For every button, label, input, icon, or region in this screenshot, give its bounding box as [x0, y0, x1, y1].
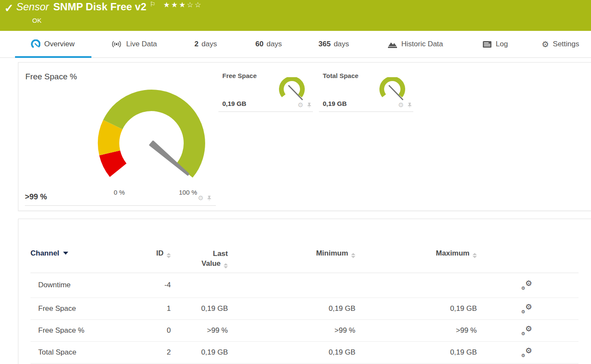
channel-name: Total Space — [30, 348, 121, 357]
gauge-title: Free Space — [222, 72, 257, 79]
channel-last-value: >99 % — [171, 326, 228, 335]
channel-minimum: >99 % — [228, 326, 355, 335]
tab-60-days[interactable]: 60 days — [255, 31, 282, 57]
tab-2-days[interactable]: 2 days — [194, 31, 217, 57]
pin-icon[interactable] — [407, 102, 412, 108]
table-row-total-space: Total Space 2 0,19 GB 0,19 GB 0,19 GB ⚙⚙ — [30, 342, 579, 364]
channel-maximum: 0,19 GB — [355, 348, 477, 357]
tab-settings[interactable]: ⚙ Settings — [542, 31, 579, 57]
tab-label: days — [333, 40, 349, 48]
tab-number: 60 — [255, 40, 264, 48]
gear-icon: ⚙ — [542, 39, 549, 49]
tab-number: 2 — [194, 40, 198, 48]
gear-icon[interactable]: ⚙ — [198, 195, 203, 201]
table-row-free-space: Free Space 1 0,19 GB 0,19 GB 0,19 GB ⚙⚙ — [30, 298, 579, 320]
tab-live-data[interactable]: Live Data — [111, 31, 157, 57]
gauge-title: Free Space % — [25, 72, 77, 81]
priority-stars[interactable]: ★★★☆☆ — [164, 0, 203, 9]
channel-minimum: 0,19 GB — [228, 348, 355, 357]
column-header-id[interactable]: ID — [121, 249, 171, 258]
tab-label: Live Data — [126, 40, 157, 48]
page-title: SNMP Disk Free v2 — [53, 1, 146, 13]
channel-name: Free Space % — [30, 326, 121, 335]
gauge-icon — [31, 39, 40, 49]
sort-arrows-icon — [473, 253, 477, 258]
sorted-desc-icon — [63, 252, 68, 255]
channel-maximum: 0,19 GB — [355, 304, 477, 313]
free-space-pct-gauge — [87, 87, 216, 181]
tab-label: Log — [496, 40, 508, 48]
area-chart-icon — [388, 40, 397, 48]
gauge-tile-total-space: Total Space 0,19 GB ⚙ — [319, 70, 413, 112]
tab-bar: Overview Live Data 2 days 60 days 365 da… — [0, 31, 591, 58]
log-icon — [482, 41, 492, 48]
table-row-free-space-pct: Free Space % 0 >99 % >99 % >99 % ⚙⚙ — [30, 320, 579, 342]
sort-arrows-icon — [167, 253, 171, 258]
channel-id: 2 — [121, 348, 171, 357]
free-space-gauge — [277, 77, 307, 105]
tab-label: Overview — [44, 40, 75, 48]
channel-settings-gears-icon[interactable]: ⚙⚙ — [521, 347, 532, 358]
tile-actions: ⚙ — [398, 102, 412, 108]
tab-log[interactable]: Log — [482, 31, 508, 57]
gear-icon[interactable]: ⚙ — [398, 102, 404, 108]
active-tab-underline — [15, 56, 91, 58]
channel-settings-gears-icon[interactable]: ⚙⚙ — [521, 304, 532, 314]
pin-icon[interactable] — [206, 195, 212, 201]
sort-arrows-icon — [224, 263, 228, 268]
gauge-value: 0,19 GB — [323, 100, 347, 107]
channel-settings-gears-icon[interactable]: ⚙⚙ — [521, 280, 532, 290]
gauges-panel: Free Space % 0 % 100 % >99 % ⚙ Free Spac… — [18, 62, 591, 211]
tab-label: days — [267, 40, 282, 48]
channel-name: Downtime — [30, 281, 121, 289]
status-ok-check-icon: ✓ — [4, 2, 14, 15]
tab-365-days[interactable]: 365 days — [318, 31, 349, 57]
channel-minimum: 0,19 GB — [228, 304, 355, 313]
stars-empty[interactable]: ☆☆ — [187, 1, 202, 9]
column-header-minimum[interactable]: Minimum — [228, 249, 355, 258]
tile-divider — [25, 205, 216, 206]
status-badge: OK — [32, 17, 42, 24]
channel-settings-gears-icon[interactable]: ⚙⚙ — [521, 325, 532, 336]
total-space-gauge — [377, 77, 407, 105]
broadcast-icon — [111, 40, 122, 48]
gauge-tile-free-space: Free Space 0,19 GB ⚙ — [218, 70, 313, 112]
channel-name: Free Space — [30, 304, 121, 313]
channel-table: Channel ID Last Value Minimum Maximum Do… — [30, 249, 579, 364]
sensor-title-row: Sensor SNMP Disk Free v2 ⚐ ★★★☆☆ — [16, 1, 203, 13]
tab-label: Historic Data — [401, 40, 443, 48]
tile-actions: ⚙ — [298, 102, 312, 108]
channel-id: 0 — [121, 326, 171, 335]
channel-id: -4 — [121, 281, 171, 289]
stars-filled[interactable]: ★★★ — [164, 1, 187, 9]
tab-label: days — [201, 40, 217, 48]
channel-last-value: 0,19 GB — [171, 348, 228, 357]
channel-id: 1 — [121, 304, 171, 313]
channel-last-value: 0,19 GB — [171, 304, 228, 313]
tab-historic-data[interactable]: Historic Data — [388, 31, 443, 57]
tile-actions: ⚙ — [198, 195, 212, 201]
gauge-value: 0,19 GB — [222, 100, 246, 107]
tab-overview[interactable]: Overview — [31, 31, 75, 57]
pin-icon[interactable] — [306, 102, 312, 108]
sort-arrows-icon — [351, 253, 355, 258]
tab-number: 365 — [318, 40, 330, 48]
gauge-value: >99 % — [25, 193, 47, 202]
channels-panel: Channel ID Last Value Minimum Maximum Do… — [18, 219, 591, 364]
column-header-maximum[interactable]: Maximum — [355, 249, 477, 258]
tab-label: Settings — [553, 40, 579, 48]
flag-icon[interactable]: ⚐ — [150, 0, 155, 8]
column-header-last-value[interactable]: Last Value — [171, 249, 228, 269]
table-row-downtime: Downtime -4 ⚙⚙ — [30, 273, 579, 298]
gear-icon[interactable]: ⚙ — [298, 102, 303, 108]
sensor-header: ✓ Sensor SNMP Disk Free v2 ⚐ ★★★☆☆ OK — [0, 0, 591, 31]
gauge-title: Total Space — [323, 72, 358, 79]
channel-maximum: >99 % — [355, 326, 477, 335]
sensor-type-label: Sensor — [16, 1, 49, 13]
table-header-row: Channel ID Last Value Minimum Maximum — [30, 249, 579, 273]
gauge-scale-min: 0 % — [106, 189, 133, 196]
column-header-channel[interactable]: Channel — [30, 249, 121, 258]
